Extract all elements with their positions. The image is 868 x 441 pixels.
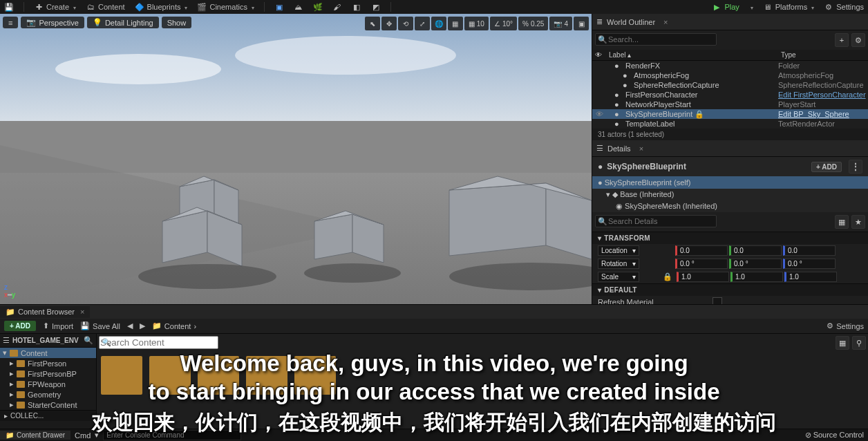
tree-search-icon[interactable]: 🔍 <box>84 336 93 345</box>
rotation-y-input[interactable]: 0.0 ° <box>729 259 782 269</box>
folder-thumbnail[interactable] <box>294 356 336 395</box>
outliner-row[interactable]: ●TemplateLabel TextRenderActor <box>592 119 868 129</box>
coord-space-icon[interactable]: 🌐 <box>431 17 446 30</box>
outliner-search-input[interactable] <box>595 33 717 46</box>
transform-section[interactable]: ▾ TRANSFORM <box>592 232 868 244</box>
component-base[interactable]: ▾ ◆ Base (Inherited) <box>592 189 868 200</box>
lock-scale-icon[interactable]: 🔒 <box>663 272 672 281</box>
breadcrumb-content[interactable]: Content <box>164 322 191 330</box>
tree-item[interactable]: ▸ FirstPersonBP <box>0 368 96 379</box>
create-button[interactable]: ✚Create <box>34 2 76 12</box>
details-grid-icon[interactable]: ▦ <box>835 215 849 229</box>
outliner-row[interactable]: ●FirstPersonCharacter Edit FirstPersonCh… <box>592 90 868 100</box>
play-button[interactable]: ▶Play <box>712 2 739 12</box>
tree-toggle-icon[interactable]: ☰ <box>3 336 10 345</box>
cb-forward-icon[interactable]: ▶ <box>140 321 145 330</box>
component-self[interactable]: ● SkySphereBlueprint (self) <box>592 176 868 189</box>
folder-thumbnail[interactable] <box>149 356 191 395</box>
mode-foliage-icon[interactable]: 🌿 <box>313 2 323 12</box>
outliner-row[interactable]: 👁 ●SkySphereBlueprint 🔒 Edit BP_Sky_Sphe… <box>592 109 868 119</box>
cb-back-icon[interactable]: ◀ <box>127 321 133 330</box>
outliner-row[interactable]: ●AtmosphericFog AtmosphericFog <box>592 71 868 80</box>
cb-search-input[interactable] <box>99 336 218 349</box>
content-button[interactable]: 🗂Content <box>86 2 125 12</box>
outliner-row[interactable]: ●RenderFX Folder <box>592 61 868 71</box>
scale-y-input[interactable]: 1.0 <box>730 272 783 282</box>
save-icon[interactable]: 💾 <box>4 2 14 12</box>
surface-snap-icon[interactable]: ▦ <box>448 17 463 30</box>
component-mesh[interactable]: ◉ SkySphereMesh (Inherited) <box>592 200 868 212</box>
rotation-dropdown[interactable]: Rotation▾ <box>598 259 639 269</box>
lighting-mode-button[interactable]: 💡Detail Lighting <box>87 17 159 28</box>
mode-mesh-icon[interactable]: ◧ <box>352 2 361 12</box>
add-component-button[interactable]: + ADD <box>811 162 842 172</box>
location-dropdown[interactable]: Location▾ <box>598 245 639 256</box>
folder-thumbnail[interactable] <box>101 356 142 395</box>
tree-item[interactable]: ▸ FPWeapon <box>0 379 96 389</box>
content-drawer-tab[interactable]: 📁 Content Drawer <box>0 431 70 440</box>
console-input[interactable] <box>103 430 241 440</box>
outliner-type[interactable]: Edit FirstPersonCharacter <box>778 91 868 99</box>
source-control-button[interactable]: ⊘ Source Control <box>805 431 864 440</box>
cb-grid-icon[interactable]: ▦ <box>836 336 849 350</box>
tree-root-content[interactable]: ▾ Content <box>0 348 96 358</box>
location-z-input[interactable]: 0.0 <box>783 245 836 256</box>
platforms-button[interactable]: 🖥Platforms <box>763 2 814 12</box>
play-options-icon[interactable] <box>749 3 753 11</box>
folder-thumbnail[interactable] <box>246 356 287 395</box>
mode-extra-icon[interactable]: ◩ <box>371 2 381 12</box>
show-button[interactable]: Show <box>162 17 192 28</box>
rotation-x-input[interactable]: 0.0 ° <box>675 259 728 269</box>
angle-snap-button[interactable]: ∠ 10° <box>490 17 517 30</box>
collections-button[interactable]: ▸ COLLEC... <box>0 410 96 421</box>
details-search-input[interactable] <box>595 215 717 227</box>
world-outliner-tab[interactable]: World Outliner <box>607 18 655 26</box>
outliner-filter-icon[interactable]: ⚙ <box>851 33 865 47</box>
cb-add-button[interactable]: + ADD <box>4 321 36 331</box>
close-details-icon[interactable]: × <box>639 144 643 153</box>
close-cb-icon[interactable]: × <box>80 308 84 316</box>
cb-saveall-button[interactable]: 💾 Save All <box>80 321 120 330</box>
outliner-row[interactable]: ●NetworkPlayerStart PlayerStart <box>592 100 868 109</box>
move-tool-icon[interactable]: ✥ <box>381 17 397 30</box>
viewport-scene[interactable] <box>0 14 592 304</box>
outliner-type[interactable]: Edit BP_Sky_Sphere <box>778 110 868 118</box>
scale-z-input[interactable]: 1.0 <box>784 272 837 282</box>
cb-import-button[interactable]: ⬆ Import <box>43 321 73 330</box>
scale-x-input[interactable]: 1.0 <box>677 272 729 282</box>
folder-thumbnail[interactable] <box>198 356 239 395</box>
rotate-tool-icon[interactable]: ⟲ <box>398 17 413 30</box>
tree-item[interactable]: ▸ StarterContent <box>0 400 96 410</box>
visibility-icon[interactable]: 👁 <box>592 110 606 118</box>
camera-speed-button[interactable]: 📷 4 <box>549 17 572 30</box>
scale-dropdown[interactable]: Scale▾ <box>598 272 639 282</box>
refresh-material-checkbox[interactable] <box>713 297 722 304</box>
close-outliner-icon[interactable]: × <box>663 18 668 26</box>
mode-brush-icon[interactable]: 🖌 <box>332 2 342 12</box>
rotation-z-input[interactable]: 0.0 ° <box>783 259 836 269</box>
cb-settings-button[interactable]: ⚙ Settings <box>827 321 864 330</box>
details-tab[interactable]: Details <box>607 144 631 153</box>
mode-select-icon[interactable]: ▣ <box>274 2 284 12</box>
viewport[interactable]: ≡ 📷Perspective 💡Detail Lighting Show ⬉ ✥… <box>0 14 592 304</box>
content-browser-tab[interactable]: 📁 Content Browser× <box>0 306 90 318</box>
viewport-menu-button[interactable]: ≡ <box>3 17 18 28</box>
cb-filter-icon[interactable]: ⚲ <box>852 336 866 350</box>
settings-button[interactable]: ⚙Settings <box>824 2 864 12</box>
grid-snap-button[interactable]: ▦ 10 <box>464 17 489 30</box>
scale-snap-button[interactable]: % 0.25 <box>518 17 548 30</box>
mode-landscape-icon[interactable]: ⛰ <box>294 2 303 12</box>
tree-item[interactable]: ▸ FirstPerson <box>0 358 96 368</box>
blueprints-button[interactable]: 🔷Blueprints <box>135 2 188 12</box>
default-section[interactable]: ▾ DEFAULT <box>592 283 868 296</box>
tree-item[interactable]: ▸ Geometry <box>0 389 96 400</box>
cinematics-button[interactable]: 🎬Cinematics <box>197 2 254 12</box>
perspective-button[interactable]: 📷Perspective <box>21 17 84 28</box>
outliner-row[interactable]: ●SphereReflectionCapture SphereReflectio… <box>592 80 868 90</box>
viewport-maximize-icon[interactable]: ▣ <box>574 17 589 30</box>
scale-tool-icon[interactable]: ⤢ <box>415 17 430 30</box>
outliner-add-icon[interactable]: + <box>835 33 849 47</box>
location-y-input[interactable]: 0.0 <box>729 245 782 256</box>
select-tool-icon[interactable]: ⬉ <box>365 17 380 30</box>
details-menu-icon[interactable]: ⋮ <box>849 160 862 173</box>
